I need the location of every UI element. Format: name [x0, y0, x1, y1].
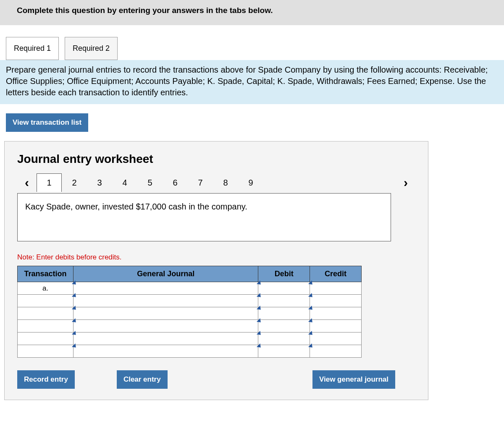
- cell-credit[interactable]: [310, 307, 362, 320]
- cell-credit[interactable]: [310, 295, 362, 307]
- cell-general-journal[interactable]: [74, 282, 258, 295]
- cell-general-journal[interactable]: [74, 295, 258, 307]
- cell-credit[interactable]: [310, 320, 362, 333]
- table-row: a.: [18, 282, 362, 295]
- step-3[interactable]: 3: [87, 174, 112, 192]
- col-header-transaction: Transaction: [18, 266, 74, 282]
- record-entry-button[interactable]: Record entry: [17, 370, 75, 389]
- journal-tbody: a.: [18, 282, 362, 358]
- table-row: [18, 295, 362, 307]
- step-2[interactable]: 2: [62, 174, 87, 192]
- cell-transaction[interactable]: [18, 307, 74, 320]
- step-8[interactable]: 8: [213, 174, 238, 192]
- journal-worksheet-panel: Journal entry worksheet ‹ 1 2 3 4 5 6 7 …: [4, 141, 428, 400]
- cell-transaction[interactable]: [18, 320, 74, 333]
- step-9[interactable]: 9: [238, 174, 263, 192]
- cell-debit[interactable]: [258, 307, 310, 320]
- cell-debit[interactable]: [258, 345, 310, 358]
- step-1[interactable]: 1: [37, 173, 62, 192]
- view-general-journal-button[interactable]: View general journal: [312, 370, 395, 389]
- cell-transaction[interactable]: [18, 333, 74, 345]
- cell-transaction[interactable]: [18, 295, 74, 307]
- step-7[interactable]: 7: [188, 174, 213, 192]
- clear-entry-button[interactable]: Clear entry: [117, 370, 168, 389]
- cell-general-journal[interactable]: [74, 333, 258, 345]
- cell-general-journal[interactable]: [74, 320, 258, 333]
- note-text: Note: Enter debits before credits.: [17, 253, 415, 262]
- step-5[interactable]: 5: [137, 174, 163, 192]
- tab-required-1[interactable]: Required 1: [6, 37, 59, 60]
- cell-general-journal[interactable]: [74, 345, 258, 358]
- journal-table: Transaction General Journal Debit Credit…: [17, 266, 362, 358]
- main-tabs: Required 1 Required 2: [6, 37, 504, 60]
- cell-debit[interactable]: [258, 295, 310, 307]
- cell-general-journal[interactable]: [74, 307, 258, 320]
- chevron-left-icon[interactable]: ‹: [17, 175, 37, 190]
- instruction-banner: Complete this question by entering your …: [0, 0, 504, 25]
- cell-debit[interactable]: [258, 333, 310, 345]
- cell-credit[interactable]: [310, 333, 362, 345]
- step-6[interactable]: 6: [163, 174, 188, 192]
- question-prompt: Prepare general journal entries to recor…: [0, 60, 504, 104]
- cell-transaction[interactable]: a.: [18, 282, 74, 295]
- table-row: [18, 307, 362, 320]
- cell-transaction[interactable]: [18, 345, 74, 358]
- table-row: [18, 345, 362, 358]
- cell-credit[interactable]: [310, 282, 362, 295]
- step-nav: ‹ 1 2 3 4 5 6 7 8 9 ›: [17, 173, 415, 192]
- chevron-right-icon[interactable]: ›: [396, 175, 415, 190]
- worksheet-title: Journal entry worksheet: [17, 152, 415, 166]
- transaction-description: Kacy Spade, owner, invested $17,000 cash…: [17, 193, 391, 241]
- action-row: Record entry Clear entry View general jo…: [17, 370, 395, 389]
- view-transaction-list-button[interactable]: View transaction list: [6, 113, 88, 132]
- cell-debit[interactable]: [258, 320, 310, 333]
- step-4[interactable]: 4: [112, 174, 137, 192]
- cell-credit[interactable]: [310, 345, 362, 358]
- col-header-debit: Debit: [258, 266, 310, 282]
- tab-required-2[interactable]: Required 2: [65, 37, 118, 60]
- table-row: [18, 320, 362, 333]
- col-header-credit: Credit: [310, 266, 362, 282]
- table-row: [18, 333, 362, 345]
- col-header-general-journal: General Journal: [74, 266, 258, 282]
- cell-debit[interactable]: [258, 282, 310, 295]
